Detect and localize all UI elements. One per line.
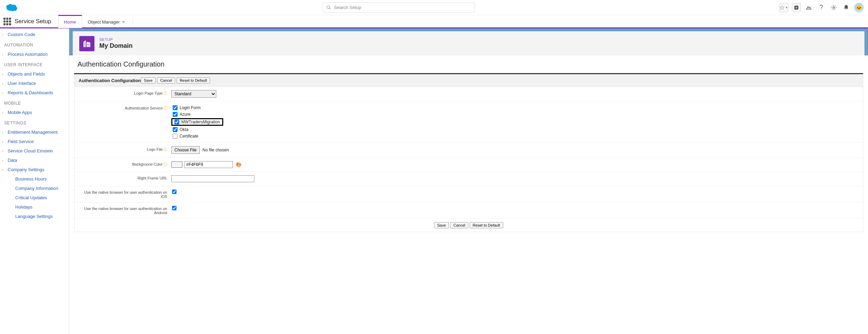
label: MWTradersMigration xyxy=(181,120,220,124)
checkbox-ios-native[interactable] xyxy=(172,190,177,194)
label: Process Automation xyxy=(8,52,48,57)
sidebar-item-language-settings[interactable]: Language Settings xyxy=(0,212,69,221)
checkbox-android-native[interactable] xyxy=(172,206,177,210)
sidebar-item-company-information[interactable]: Company Information xyxy=(0,184,69,193)
search-icon xyxy=(326,5,331,10)
choose-file-button[interactable]: Choose File xyxy=(171,146,200,154)
label-text: Authentication Service xyxy=(125,106,163,110)
content-area: SETUP My Domain Authentication Configura… xyxy=(69,28,868,334)
tab-object-manager[interactable]: Object Manager xyxy=(82,15,132,28)
field-logo-file: Choose File No file chosen xyxy=(171,146,859,154)
sidebar-item-company-settings[interactable]: ›Company Settings xyxy=(0,165,69,174)
checkbox-azure[interactable] xyxy=(173,112,178,117)
label-ios-native: Use the native browser for user authenti… xyxy=(78,190,171,199)
label-text: Login Page Type xyxy=(134,91,163,95)
auth-azure[interactable]: Azure xyxy=(171,112,223,117)
notifications-button[interactable] xyxy=(842,3,851,12)
color-picker-icon[interactable]: 🎨 xyxy=(236,162,242,167)
reset-button-bottom[interactable]: Reset to Default xyxy=(470,222,503,228)
auth-login-form[interactable]: Login Form xyxy=(171,105,223,111)
row-bg-color: Background Colorⓘ 🎨 xyxy=(74,158,863,172)
search-container: Search Setup xyxy=(18,2,779,13)
checkbox-certificate[interactable] xyxy=(173,134,178,139)
search-input[interactable]: Search Setup xyxy=(323,2,475,13)
settings-button[interactable] xyxy=(829,3,838,12)
search-placeholder-text: Search Setup xyxy=(334,5,361,10)
cancel-button[interactable]: Cancel xyxy=(157,77,175,84)
favorite-dropdown[interactable]: ▼ xyxy=(779,3,788,12)
reset-button[interactable]: Reset to Default xyxy=(177,77,210,84)
question-icon: ? xyxy=(820,4,823,11)
user-avatar[interactable]: 🐱 xyxy=(854,3,864,12)
help-icon[interactable]: ⓘ xyxy=(163,91,167,95)
add-button[interactable] xyxy=(792,3,801,12)
auth-mwtraders-highlighted[interactable]: MWTradersMigration xyxy=(171,118,223,126)
sidebar-item-custom-code[interactable]: ›Custom Code xyxy=(0,30,69,39)
sidebar-item-field-service[interactable]: ›Field Service xyxy=(0,137,69,146)
sidebar-item-business-hours[interactable]: Business Hours xyxy=(0,174,69,184)
sidebar-item-mobile-apps[interactable]: ›Mobile Apps xyxy=(0,108,69,117)
sidebar-item-service-cloud-einstein[interactable]: ›Service Cloud Einstein xyxy=(0,146,69,156)
chevron-right-icon: › xyxy=(2,72,3,76)
bg-color-input[interactable] xyxy=(184,161,233,168)
chevron-right-icon: › xyxy=(2,158,3,162)
sidebar-item-objects-fields[interactable]: ›Objects and Fields xyxy=(0,69,69,79)
label-android-native: Use the native browser for user authenti… xyxy=(78,206,171,215)
star-icon xyxy=(780,5,784,10)
auth-certificate[interactable]: Certificate xyxy=(171,133,223,139)
sidebar-item-reports-dashboards[interactable]: ›Reports & Dashboards xyxy=(0,88,69,97)
avatar-icon: 🐱 xyxy=(856,4,862,11)
chevron-right-icon: › xyxy=(2,130,3,134)
trailblazer-icon xyxy=(806,5,812,11)
help-icon[interactable]: ⓘ xyxy=(163,162,167,166)
chevron-right-icon: › xyxy=(2,111,3,115)
trailblazer-button[interactable] xyxy=(804,3,813,12)
field-android-native xyxy=(171,206,859,210)
page-icon xyxy=(79,36,94,51)
field-login-page-type: Standard xyxy=(171,90,859,98)
app-nav-bar: Service Setup Home Object Manager xyxy=(0,15,868,28)
page-header-inner: SETUP My Domain xyxy=(73,31,865,55)
auth-okta[interactable]: Okta xyxy=(171,127,223,132)
page-title: My Domain xyxy=(99,42,133,50)
checkbox-login-form[interactable] xyxy=(173,105,178,110)
help-icon[interactable]: ⓘ xyxy=(163,147,167,151)
svg-point-4 xyxy=(833,7,835,8)
sidebar-item-data[interactable]: ›Data xyxy=(0,156,69,165)
row-right-frame-url: Right Frame URL xyxy=(74,172,863,186)
sidebar-heading-settings: SETTINGS xyxy=(0,117,69,128)
page-header-banner: SETUP My Domain xyxy=(69,28,868,55)
tab-home[interactable]: Home xyxy=(58,15,82,28)
row-auth-service: Authentication Serviceⓘ Login Form Azure… xyxy=(74,102,863,143)
sidebar-item-entitlement[interactable]: ›Entitlement Management xyxy=(0,128,69,137)
label: Critical Updates xyxy=(15,195,47,200)
checkbox-okta[interactable] xyxy=(173,127,178,132)
app-name: Service Setup xyxy=(15,18,51,25)
sidebar-item-process-automation[interactable]: ›Process Automation xyxy=(0,50,69,59)
section-header: Authentication Configuration xyxy=(69,55,868,70)
right-frame-url-input[interactable] xyxy=(171,175,254,182)
sidebar-item-holidays[interactable]: Holidays xyxy=(0,202,69,212)
login-page-type-select[interactable]: Standard xyxy=(171,90,216,98)
save-button-bottom[interactable]: Save xyxy=(434,222,449,228)
sidebar-heading-automation: AUTOMATION xyxy=(0,39,69,50)
help-icon[interactable]: ⓘ xyxy=(163,106,167,110)
form-header-title: Authentication Configuration xyxy=(79,78,141,83)
chevron-down-icon: ▼ xyxy=(785,6,788,9)
chevron-down-icon xyxy=(122,20,125,24)
cancel-button-bottom[interactable]: Cancel xyxy=(450,222,468,228)
sidebar-item-critical-updates[interactable]: Critical Updates xyxy=(0,193,69,202)
color-swatch xyxy=(171,161,182,168)
label: Language Settings xyxy=(15,214,53,219)
row-ios-native: Use the native browser for user authenti… xyxy=(74,186,863,202)
chevron-right-icon: › xyxy=(2,149,3,153)
sidebar-item-user-interface[interactable]: ›User Interface xyxy=(0,79,69,88)
label-logo-file: Logo Fileⓘ xyxy=(78,146,171,152)
app-launcher-icon[interactable] xyxy=(3,18,11,25)
label: Mobile Apps xyxy=(8,110,32,115)
svg-marker-2 xyxy=(780,6,784,9)
save-button[interactable]: Save xyxy=(141,77,156,84)
help-button[interactable]: ? xyxy=(817,3,826,12)
chevron-right-icon: › xyxy=(2,140,3,144)
checkbox-mwtraders[interactable] xyxy=(174,120,179,124)
